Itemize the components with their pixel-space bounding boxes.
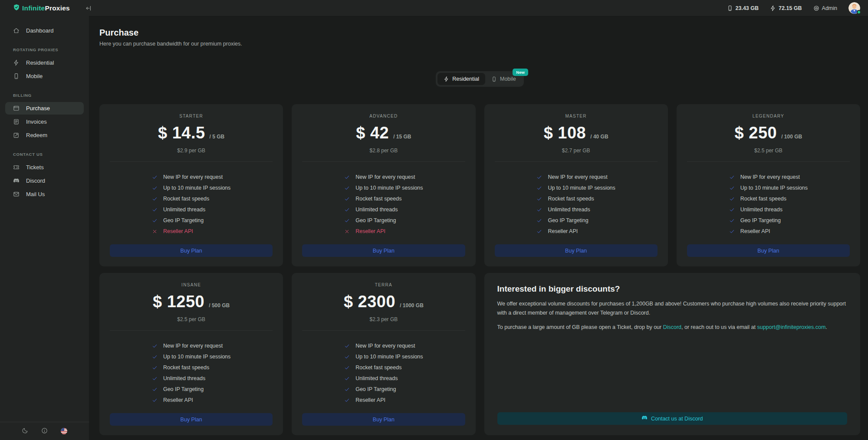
feature-item: New IP for every request (152, 174, 230, 180)
sidebar-footer (0, 422, 89, 440)
plan-tier: STARTER (110, 114, 273, 118)
tab-residential[interactable]: Residential (437, 73, 485, 85)
moon-icon (22, 427, 28, 435)
admin-role-chip[interactable]: Admin (813, 5, 837, 11)
feature-item: Geo IP Targeting (729, 217, 808, 223)
online-status-dot (857, 10, 861, 14)
discount-panel: Interested in bigger discounts?We offer … (484, 273, 861, 435)
plan-rate: $2.9 per GB (110, 148, 273, 154)
check-icon (344, 196, 350, 202)
feature-label: New IP for every request (163, 174, 223, 180)
sidebar-item-mobile[interactable]: Mobile (5, 70, 84, 82)
role-label: Admin (822, 5, 837, 11)
feature-item: Up to 10 minute IP sessions (152, 354, 230, 360)
pencil-icon (13, 132, 20, 138)
language-button[interactable] (61, 428, 67, 434)
divider (495, 161, 658, 162)
tab-mobile[interactable]: MobileNew (485, 73, 522, 85)
feature-item: Reseller API (152, 397, 230, 403)
lightning-icon (13, 59, 20, 66)
check-icon (536, 229, 542, 234)
sidebar-item-tickets[interactable]: Tickets (5, 161, 84, 174)
phone-icon (491, 76, 497, 82)
feature-item: Unlimited threads (344, 207, 423, 213)
sidebar-item-dashboard[interactable]: Dashboard (5, 24, 84, 37)
check-icon (152, 397, 158, 403)
feature-label: Up to 10 minute IP sessions (355, 185, 423, 191)
feature-label: Rocket fast speeds (548, 196, 594, 202)
buy-plan-button[interactable]: Buy Plan (302, 413, 465, 426)
feature-label: New IP for every request (740, 174, 800, 180)
check-icon (344, 343, 350, 349)
check-icon (729, 229, 735, 234)
main-content: Purchase Here you can purchase bandwidth… (89, 16, 868, 440)
feature-label: Geo IP Targeting (548, 217, 588, 223)
sidebar-item-label: Discord (26, 177, 45, 184)
plan-price: $ 2300 (344, 292, 395, 311)
plan-card-master: MASTER$ 108/ 40 GB$2.7 per GBNew IP for … (484, 104, 668, 266)
buy-plan-button[interactable]: Buy Plan (110, 244, 273, 257)
sidebar-item-invoices[interactable]: Invoices (5, 115, 84, 128)
top-header: 23.43 GB72.15 GB Admin (89, 0, 868, 16)
feature-item: Rocket fast speeds (344, 364, 423, 371)
plan-tier: ADVANCED (302, 114, 465, 118)
check-icon (536, 196, 542, 202)
plan-price-row: $ 14.5/ 5 GB (110, 124, 273, 142)
feature-item: Up to 10 minute IP sessions (536, 185, 615, 191)
plan-rate: $2.7 per GB (495, 148, 658, 154)
feature-item: Up to 10 minute IP sessions (152, 185, 230, 191)
feature-label: Up to 10 minute IP sessions (355, 354, 423, 360)
info-icon (41, 427, 48, 435)
brand-logo[interactable]: InfiniteProxies (0, 0, 89, 16)
us-flag-icon (61, 428, 67, 434)
buy-plan-button[interactable]: Buy Plan (495, 244, 658, 257)
buy-plan-button[interactable]: Buy Plan (110, 413, 273, 426)
feature-item: Unlimited threads (729, 207, 808, 213)
theme-toggle-button[interactable] (22, 427, 28, 435)
sidebar-item-redeem[interactable]: Redeem (5, 129, 84, 141)
discord-icon (13, 177, 20, 184)
feature-label: Geo IP Targeting (355, 386, 396, 392)
feature-item: Geo IP Targeting (344, 386, 423, 392)
admin-badge-icon (813, 5, 819, 11)
contact-discord-button[interactable]: Contact us at Discord (497, 412, 848, 425)
check-icon (729, 218, 735, 223)
sidebar-item-label: Mail Us (26, 191, 45, 197)
avatar[interactable] (848, 2, 860, 14)
feature-label: Unlimited threads (355, 375, 398, 381)
plans-grid: STARTER$ 14.5/ 5 GB$2.9 per GBNew IP for… (99, 104, 860, 435)
buy-plan-button[interactable]: Buy Plan (687, 244, 850, 257)
feature-label: Rocket fast speeds (163, 196, 209, 202)
sidebar-item-residential[interactable]: Residential (5, 56, 84, 69)
feature-item: Up to 10 minute IP sessions (344, 185, 423, 191)
check-icon (152, 185, 158, 191)
feature-label: Reseller API (740, 228, 770, 234)
check-icon (152, 387, 158, 392)
plan-tier: LEGENDARY (687, 114, 850, 118)
section-label-contact-us: CONTACT US (13, 152, 89, 157)
plan-card-insane: INSANE$ 1250/ 500 GB$2.5 per GBNew IP fo… (99, 273, 283, 435)
content-column: 23.43 GB72.15 GB Admin Purchase Here you… (89, 0, 868, 440)
header-right: 23.43 GB72.15 GB Admin (727, 2, 860, 14)
buy-plan-button[interactable]: Buy Plan (302, 244, 465, 257)
sidebar-item-purchase[interactable]: Purchase (5, 102, 84, 115)
feature-label: Geo IP Targeting (355, 217, 396, 223)
feature-item: Geo IP Targeting (152, 217, 230, 223)
link-support-infiniteproxies-com[interactable]: support@infiniteproxies.com (757, 324, 825, 330)
sidebar-item-discord[interactable]: Discord (5, 174, 84, 187)
sidebar-nav: DashboardROTATING PROXIESResidentialMobi… (0, 16, 89, 422)
info-button[interactable] (41, 427, 48, 435)
collapse-sidebar-icon[interactable] (85, 5, 92, 11)
feature-label: Geo IP Targeting (740, 217, 781, 223)
plan-card-legendary: LEGENDARY$ 250/ 100 GB$2.5 per GBNew IP … (677, 104, 860, 266)
plan-quota: / 100 GB (781, 134, 802, 140)
sidebar-item-mail-us[interactable]: Mail Us (5, 188, 84, 200)
plan-rate: $2.5 per GB (687, 148, 850, 154)
check-icon (344, 354, 350, 360)
plan-price-row: $ 1250/ 500 GB (110, 292, 273, 311)
feature-label: Reseller API (355, 397, 385, 403)
text-segment: , or reach out to us via email at (681, 324, 757, 330)
link-discord[interactable]: Discord (663, 324, 681, 330)
feature-list: New IP for every requestUp to 10 minute … (152, 174, 230, 234)
feature-label: Up to 10 minute IP sessions (740, 185, 808, 191)
